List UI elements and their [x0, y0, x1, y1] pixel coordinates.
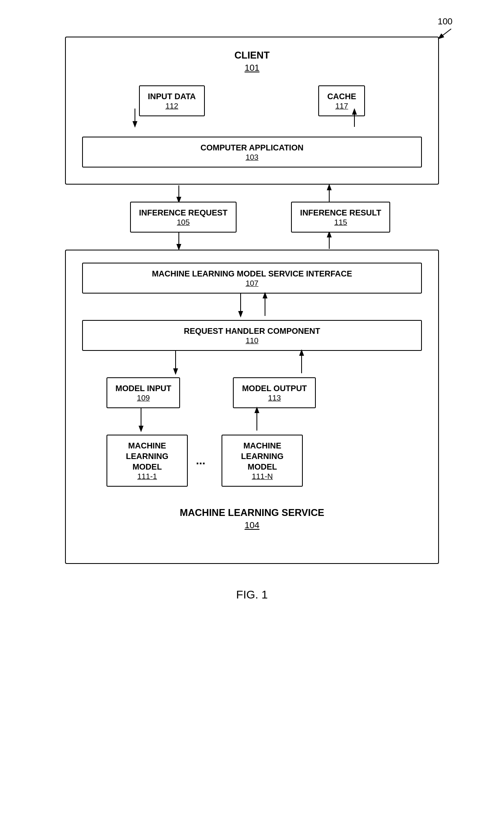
input-data-col: INPUT DATA 112: [139, 85, 205, 116]
ml-model-n-col: MACHINE LEARNING MODEL 111-N: [222, 435, 303, 487]
model-output-col: MODEL OUTPUT 113: [233, 377, 316, 408]
ml-model-1-label: MACHINE LEARNING MODEL: [115, 440, 179, 472]
cache-col: CACHE 117: [318, 85, 365, 116]
model-input-number: 109: [115, 394, 171, 403]
ref-100-label: 100: [438, 16, 453, 27]
computer-app-row: COMPUTER APPLICATION 103: [82, 137, 422, 168]
computer-app-number: 103: [91, 153, 413, 162]
cache-number: 117: [327, 102, 356, 111]
between-section: INFERENCE REQUEST 105 INFERENCE RESULT 1…: [65, 185, 439, 250]
model-output-number: 113: [242, 394, 307, 403]
inference-request-label: INFERENCE REQUEST: [139, 207, 228, 218]
inference-request-container: INFERENCE REQUEST 105: [130, 202, 237, 233]
ml-interface-number: 107: [91, 279, 413, 288]
request-handler-box: REQUEST HANDLER COMPONENT 110: [82, 320, 422, 351]
inference-result-container: INFERENCE RESULT 115: [291, 202, 390, 233]
inference-request-number: 105: [139, 218, 228, 227]
input-data-label: INPUT DATA: [148, 91, 196, 102]
inference-result-label: INFERENCE RESULT: [300, 207, 381, 218]
model-input-col: MODEL INPUT 109: [106, 377, 180, 408]
cache-label: CACHE: [327, 91, 356, 102]
client-title: CLIENT: [82, 50, 422, 61]
model-output-label: MODEL OUTPUT: [242, 383, 307, 394]
ellipsis: ...: [196, 454, 205, 467]
inference-request-box: INFERENCE REQUEST 105: [130, 202, 237, 233]
model-io-row: MODEL INPUT 109 MODEL OUTPUT 113: [82, 377, 422, 408]
inference-result-box: INFERENCE RESULT 115: [291, 202, 390, 233]
cache-box: CACHE 117: [318, 85, 365, 116]
model-input-box: MODEL INPUT 109: [106, 377, 180, 408]
ml-interface-box: MACHINE LEARNING MODEL SERVICE INTERFACE…: [82, 263, 422, 294]
request-handler-number: 110: [91, 336, 413, 345]
ml-service-label: MACHINE LEARNING SERVICE 104: [82, 507, 422, 531]
computer-app-label: COMPUTER APPLICATION: [91, 142, 413, 153]
fig-label: FIG. 1: [236, 588, 268, 601]
input-data-box: INPUT DATA 112: [139, 85, 205, 116]
input-data-number: 112: [148, 102, 196, 111]
model-output-box: MODEL OUTPUT 113: [233, 377, 316, 408]
ml-model-n-number: 111-N: [230, 472, 294, 481]
request-handler-row: REQUEST HANDLER COMPONENT 110: [82, 320, 422, 351]
client-box: CLIENT 101 INPUT DATA 112 CACHE 117: [65, 37, 439, 185]
ml-service-title: MACHINE LEARNING SERVICE: [82, 507, 422, 518]
computer-app-box: COMPUTER APPLICATION 103: [82, 137, 422, 168]
ml-service-box: MACHINE LEARNING MODEL SERVICE INTERFACE…: [65, 250, 439, 564]
model-input-label: MODEL INPUT: [115, 383, 171, 394]
inference-result-number: 115: [300, 218, 381, 227]
request-handler-label: REQUEST HANDLER COMPONENT: [91, 326, 413, 336]
ml-models-row: MACHINE LEARNING MODEL 111-1 ... MACHINE…: [82, 435, 422, 487]
ml-model-n-label: MACHINE LEARNING MODEL: [230, 440, 294, 472]
ml-model-1-col: MACHINE LEARNING MODEL 111-1: [106, 435, 188, 487]
ml-service-number: 104: [82, 520, 422, 531]
svg-line-0: [439, 29, 451, 38]
ml-model-1-number: 111-1: [115, 472, 179, 481]
ml-model-1-box: MACHINE LEARNING MODEL 111-1: [106, 435, 188, 487]
ml-model-n-box: MACHINE LEARNING MODEL 111-N: [222, 435, 303, 487]
client-number: 101: [82, 63, 422, 73]
ml-interface-label: MACHINE LEARNING MODEL SERVICE INTERFACE: [91, 268, 413, 279]
ml-interface-row: MACHINE LEARNING MODEL SERVICE INTERFACE…: [82, 263, 422, 294]
